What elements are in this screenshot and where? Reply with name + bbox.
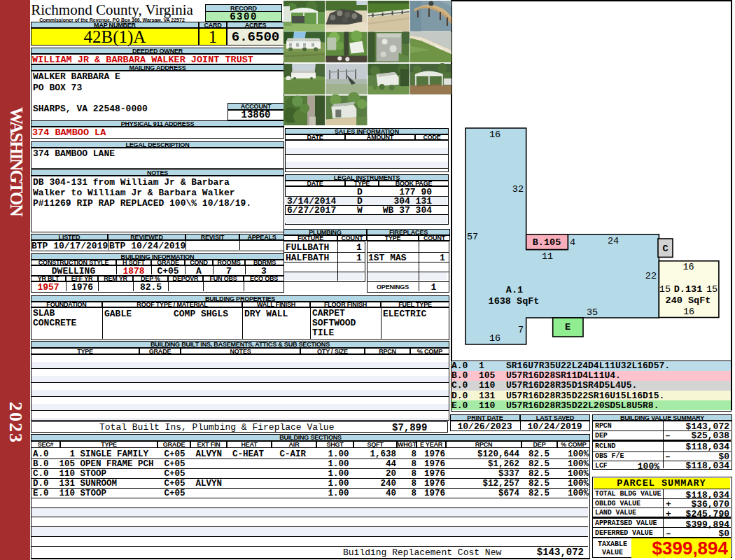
svg-text:1638 SqFt: 1638 SqFt: [489, 296, 540, 307]
svg-text:16: 16: [682, 262, 694, 272]
svg-text:11: 11: [542, 251, 553, 262]
svg-text:16: 16: [489, 130, 500, 140]
svg-text:32: 32: [512, 184, 524, 195]
svg-text:15: 15: [659, 284, 671, 295]
svg-text:22: 22: [645, 271, 657, 281]
svg-text:D.131: D.131: [674, 284, 703, 295]
svg-text:16: 16: [489, 333, 500, 344]
svg-text:24: 24: [608, 236, 619, 246]
svg-text:57: 57: [467, 232, 478, 242]
svg-text:16: 16: [683, 307, 694, 317]
svg-text:240 SqFt: 240 SqFt: [666, 295, 711, 306]
svg-text:7: 7: [518, 325, 524, 335]
svg-text:15: 15: [706, 284, 718, 295]
svg-text:B.105: B.105: [533, 237, 561, 248]
svg-text:4: 4: [570, 237, 575, 248]
svg-text:35: 35: [587, 307, 598, 318]
svg-text:E: E: [565, 322, 570, 332]
svg-text:C: C: [662, 244, 668, 254]
svg-text:A.1: A.1: [506, 285, 523, 295]
